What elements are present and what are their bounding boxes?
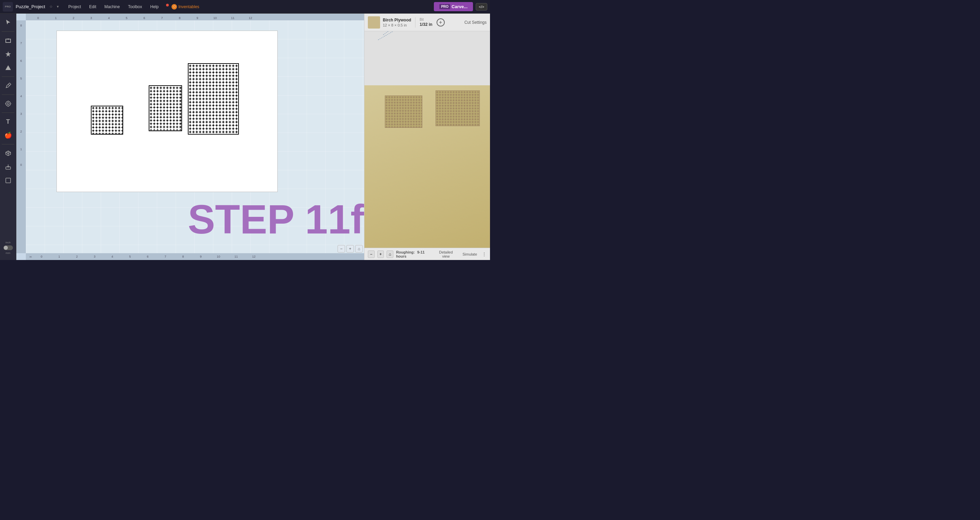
import-tool[interactable]	[2, 161, 14, 173]
puzzle-medium-svg	[150, 86, 181, 130]
star-icon[interactable]: ☆	[49, 5, 53, 9]
ruler-mark-8: 8	[171, 16, 189, 20]
engraved-piece-1	[385, 95, 422, 128]
svg-marker-2	[5, 51, 11, 57]
bot-ruler-11: 11	[227, 255, 245, 258]
svg-rect-13	[92, 106, 123, 134]
nav-project[interactable]: Project	[67, 4, 82, 10]
cube-tool[interactable]	[2, 174, 14, 187]
ruler-y-5: 5	[20, 77, 22, 80]
guide-line	[383, 31, 417, 35]
puzzle-small[interactable]	[91, 106, 123, 135]
inventables-label: Inventables	[178, 5, 199, 9]
puzzle-large[interactable]	[188, 63, 239, 135]
zoom-in-btn[interactable]: +	[347, 245, 354, 252]
inventables-button[interactable]: ⬡ Inventables	[172, 4, 199, 10]
fit-view-btn[interactable]: ⌂	[355, 245, 363, 252]
bit-info: Bit 1/32 in	[420, 17, 432, 27]
bot-ruler-5: 5	[121, 255, 139, 258]
svg-rect-15	[150, 86, 181, 130]
svg-rect-17	[189, 64, 238, 133]
ruler-left: 8 7 6 5 4 3 2 1 0	[16, 21, 26, 253]
ruler-mark-9: 9	[189, 16, 206, 20]
ruler-y-7: 7	[20, 41, 22, 45]
bot-ruler-12: 12	[245, 255, 263, 258]
carve-label: Carve...	[452, 4, 468, 9]
ruler-mark-4: 4	[100, 16, 118, 20]
circle-target-tool[interactable]	[2, 98, 14, 110]
ruler-mark-1: 1	[47, 16, 65, 20]
main-content: T 🍎 inch mm 0 1 2 3 4	[0, 14, 490, 260]
nav-machine[interactable]: Machine	[103, 4, 121, 10]
engraved-svg-2	[436, 91, 480, 126]
svg-point-5	[7, 103, 9, 105]
ruler-mark-3: 3	[82, 16, 100, 20]
right-panel: Birch Plywood 12 × 8 × 0.5 in Bit 1/32 i…	[364, 14, 490, 260]
bit-value: 1/32 in	[420, 22, 432, 27]
svg-point-4	[6, 101, 11, 106]
nav-edit[interactable]: Edit	[88, 4, 98, 10]
puzzle-large-svg	[189, 64, 238, 134]
cut-settings-button[interactable]: Cut Settings	[465, 20, 487, 25]
canvas-controls: − + ⌂	[337, 245, 363, 252]
add-material-button[interactable]: +	[437, 18, 445, 27]
svg-point-1	[8, 38, 9, 40]
nav-help[interactable]: Help	[149, 4, 160, 10]
toggle-knob	[4, 246, 8, 250]
design-canvas[interactable]: STEP 11f	[26, 21, 364, 253]
engraved-svg-1	[385, 96, 422, 128]
ruler-top: 0 1 2 3 4 5 6 7 8 9 10 11 12	[26, 14, 364, 21]
nav-toolbox[interactable]: Toolbox	[127, 4, 143, 10]
unit-toggle-bottom: in	[26, 253, 35, 260]
preview-area: ‹	[364, 31, 490, 248]
zoom-plus-btn[interactable]: +	[377, 250, 384, 258]
select-tool[interactable]	[2, 16, 14, 29]
ruler-mark-2: 2	[65, 16, 82, 20]
shape-star-tool[interactable]	[2, 48, 14, 60]
dropdown-icon[interactable]: ▾	[57, 5, 59, 9]
work-area	[56, 30, 278, 192]
ruler-bottom: in 0 1 2 3 4 5 6 7 8 9 10 11 12	[26, 253, 364, 260]
ruler-y-3: 3	[20, 112, 22, 116]
svg-rect-11	[6, 178, 11, 183]
home-btn[interactable]: ⌂	[387, 250, 393, 258]
carve-button[interactable]: PRO Carve...	[434, 2, 473, 11]
engraved-piece-2	[436, 90, 480, 126]
ruler-mark-7: 7	[153, 16, 171, 20]
more-options-btn[interactable]: ⋮	[482, 252, 487, 257]
unit-label: in	[30, 255, 32, 258]
zoom-out-btn[interactable]: −	[337, 245, 345, 252]
unit-toggle[interactable]	[3, 246, 13, 250]
sidebar-divider-4	[2, 113, 14, 113]
svg-marker-3	[5, 65, 11, 70]
material-swatch	[368, 16, 380, 29]
text-tool[interactable]: T	[2, 116, 14, 128]
shape-triangle-tool[interactable]	[2, 62, 14, 74]
canvas-area[interactable]: 0 1 2 3 4 5 6 7 8 9 10 11 12 8 7 6 5 4 3	[16, 14, 364, 260]
bot-ruler-8: 8	[174, 255, 192, 258]
zoom-minus-btn[interactable]: −	[368, 250, 375, 258]
material-divider	[415, 17, 415, 27]
bot-ruler-1: 1	[50, 255, 68, 258]
ruler-mark-6: 6	[135, 16, 153, 20]
simulate-btn[interactable]: Simulate	[460, 252, 479, 257]
wood-surface-3d	[364, 85, 490, 248]
sidebar-divider-2	[2, 76, 14, 77]
embed-button[interactable]: </>	[476, 3, 487, 11]
material-dims: 12 × 8 × 0.5 in	[383, 23, 411, 27]
puzzle-medium[interactable]	[149, 85, 182, 131]
nav-menu: Project Edit Machine Toolbox Help	[67, 4, 169, 10]
ruler-y-4: 4	[20, 95, 22, 98]
detailed-view-btn[interactable]: Detailed view	[434, 249, 458, 259]
shape-rect-tool[interactable]	[2, 34, 14, 46]
unit-mm-label: mm	[6, 252, 10, 255]
bot-ruler-10: 10	[210, 255, 227, 258]
ruler-y-6: 6	[20, 59, 22, 63]
preview-toolbar: − + ⌂ Roughing: 9-11 hours Detailed view…	[364, 248, 490, 260]
ruler-mark-0: 0	[29, 16, 47, 20]
pen-tool[interactable]	[2, 79, 14, 92]
3d-view-tool[interactable]	[2, 147, 14, 159]
guide-line-2	[378, 31, 404, 40]
ruler-mark-12: 12	[242, 16, 259, 20]
apple-art-tool[interactable]: 🍎	[2, 129, 14, 141]
